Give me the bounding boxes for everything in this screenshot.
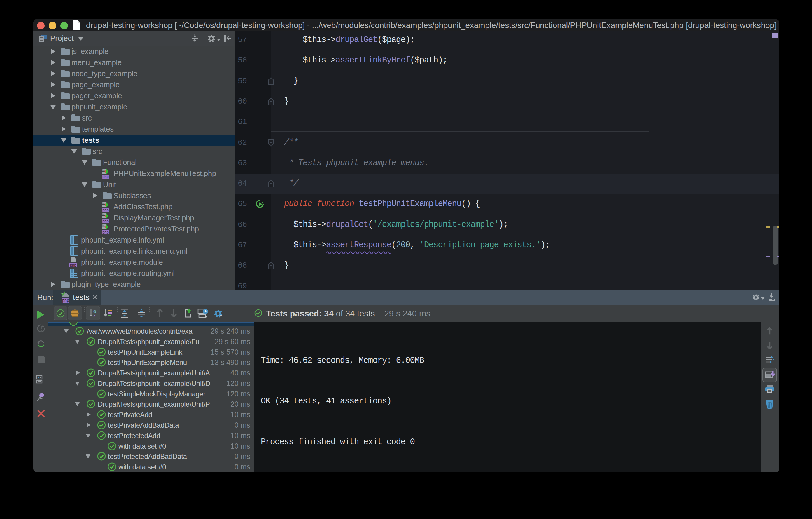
svg-text:php: php [103, 219, 109, 223]
svg-text:z: z [93, 313, 96, 318]
svg-text:php: php [103, 230, 109, 235]
svg-text:php: php [62, 298, 69, 303]
svg-text:php: php [103, 174, 109, 179]
svg-text:a: a [93, 309, 96, 313]
svg-text:php: php [103, 208, 109, 212]
svg-text:php: php [70, 263, 77, 267]
